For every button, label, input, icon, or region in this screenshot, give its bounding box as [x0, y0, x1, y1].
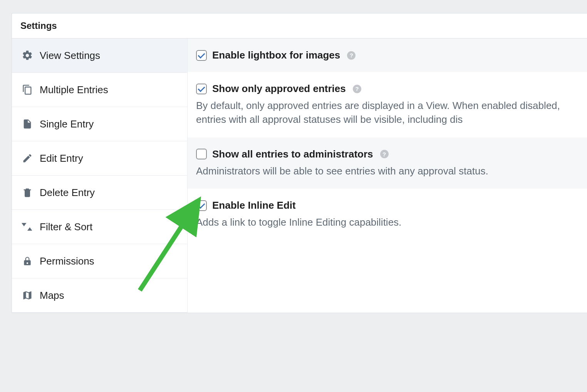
- sidebar-item-multiple-entries[interactable]: Multiple Entries: [12, 73, 187, 107]
- sidebar-item-edit-entry[interactable]: Edit Entry: [12, 141, 187, 176]
- sidebar-item-single-entry[interactable]: Single Entry: [12, 107, 187, 141]
- setting-checkbox[interactable]: [196, 149, 207, 159]
- help-icon[interactable]: ?: [353, 85, 361, 93]
- sidebar-item-label: View Settings: [40, 50, 100, 62]
- setting-checkbox[interactable]: [196, 200, 207, 211]
- sidebar-item-delete-entry[interactable]: Delete Entry: [12, 176, 187, 210]
- sidebar-item-label: Single Entry: [40, 118, 94, 130]
- sidebar-item-view-settings[interactable]: View Settings: [12, 39, 187, 73]
- sort-icon: [20, 220, 34, 234]
- sidebar-item-label: Multiple Entries: [40, 84, 108, 96]
- panel-body: View SettingsMultiple EntriesSingle Entr…: [12, 39, 587, 313]
- trash-icon: [20, 186, 34, 199]
- setting-head: Show only approved entries?: [196, 83, 585, 95]
- setting-description: By default, only approved entries are di…: [196, 99, 585, 127]
- setting-description: Adds a link to toggle Inline Editing cap…: [196, 215, 585, 229]
- help-icon[interactable]: ?: [347, 51, 356, 60]
- svg-marker-1: [27, 227, 32, 231]
- help-icon[interactable]: ?: [380, 150, 389, 158]
- setting-row: Show all entries to administrators?Admin…: [188, 137, 587, 189]
- setting-label: Show all entries to administrators: [212, 148, 373, 160]
- settings-content: Enable lightbox for images?Show only app…: [188, 39, 587, 313]
- sidebar-item-label: Filter & Sort: [40, 221, 92, 233]
- sidebar-item-filter-sort[interactable]: Filter & Sort: [12, 210, 187, 244]
- copy-icon: [20, 83, 34, 97]
- panel-header: Settings: [12, 13, 587, 39]
- setting-row: Enable lightbox for images?: [188, 39, 587, 72]
- setting-checkbox[interactable]: [196, 50, 207, 61]
- sidebar-item-label: Delete Entry: [40, 187, 95, 199]
- setting-row: Enable Inline EditAdds a link to toggle …: [188, 189, 587, 240]
- pencil-icon: [20, 151, 34, 165]
- svg-marker-0: [22, 223, 27, 226]
- sidebar-item-label: Maps: [40, 290, 64, 302]
- setting-label: Enable lightbox for images: [212, 49, 340, 61]
- gear-icon: [20, 49, 34, 62]
- map-icon: [20, 288, 34, 302]
- setting-description: Administrators will be able to see entri…: [196, 164, 585, 178]
- sidebar-item-label: Permissions: [40, 255, 94, 267]
- lock-icon: [20, 254, 34, 268]
- setting-checkbox[interactable]: [196, 84, 207, 94]
- setting-row: Show only approved entries?By default, o…: [188, 72, 587, 137]
- settings-sidebar: View SettingsMultiple EntriesSingle Entr…: [12, 39, 188, 313]
- sidebar-item-permissions[interactable]: Permissions: [12, 244, 187, 278]
- sidebar-item-label: Edit Entry: [40, 152, 83, 164]
- setting-label: Show only approved entries: [212, 83, 346, 95]
- settings-panel: Settings View SettingsMultiple EntriesSi…: [12, 13, 587, 313]
- sidebar-item-maps[interactable]: Maps: [12, 278, 187, 313]
- setting-head: Show all entries to administrators?: [196, 148, 585, 160]
- setting-label: Enable Inline Edit: [212, 199, 296, 211]
- setting-head: Enable Inline Edit: [196, 199, 585, 211]
- setting-head: Enable lightbox for images?: [196, 49, 585, 61]
- panel-title: Settings: [20, 20, 585, 31]
- file-icon: [20, 117, 34, 131]
